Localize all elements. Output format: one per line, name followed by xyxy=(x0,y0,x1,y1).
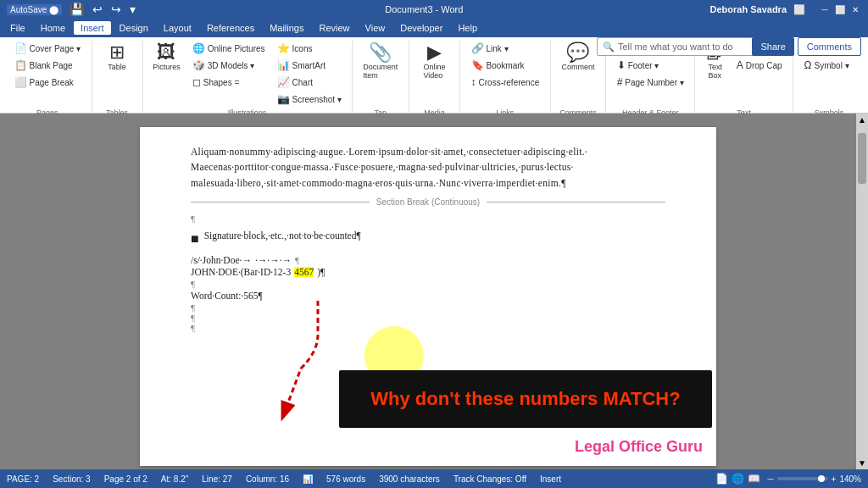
sig-slash-s: /s/·John·Doe·→ xyxy=(191,255,252,265)
status-bar-right: 📄 🌐 📖 ─ + 140% xyxy=(715,473,861,485)
minimize-button[interactable]: ─ xyxy=(819,3,831,15)
document-scroll[interactable]: Aliquam·nonummy·adipiscing·augue.·Lorem·… xyxy=(0,114,856,469)
menu-design[interactable]: Design xyxy=(113,21,155,35)
sig-id-highlight: 4567 xyxy=(294,267,314,277)
bookmark-button[interactable]: 🔖 Bookmark xyxy=(467,58,544,73)
comments-button[interactable]: Comments xyxy=(798,37,861,56)
online-pictures-button[interactable]: 🌐 Online Pictures xyxy=(188,41,270,56)
ribbon-collapse-icon[interactable]: ⬜ xyxy=(793,4,805,15)
menu-view[interactable]: View xyxy=(359,21,392,35)
qat-more[interactable]: ▾ xyxy=(127,2,138,17)
page-break-button[interactable]: ⬜ Page Break xyxy=(10,75,86,90)
status-insert-mode[interactable]: Insert xyxy=(540,474,561,484)
autosave-badge[interactable]: AutoSave ⬤ xyxy=(7,4,62,15)
qat-save[interactable]: 💾 xyxy=(67,2,86,17)
sig-name: JOHN·DOE·(Bar·ID·12-3 xyxy=(191,267,291,277)
blank-page-button[interactable]: 📋 Blank Page xyxy=(10,58,86,73)
zoom-out-button[interactable]: ─ xyxy=(767,474,773,484)
footer-button[interactable]: ⬇ Footer ▾ xyxy=(613,58,688,73)
zoom-in-button[interactable]: + xyxy=(832,474,837,484)
signature-block: /s/·John·Doe·→ ·→·→·→ ¶ JOHN·DOE·(Bar·ID… xyxy=(191,255,665,333)
title-bar-left: AutoSave ⬤ 💾 ↩ ↪ ▾ xyxy=(7,2,138,17)
footer-icon: ⬇ xyxy=(617,59,626,71)
symbol-button[interactable]: Ω Symbol ▾ xyxy=(800,58,859,73)
menu-home[interactable]: Home xyxy=(34,21,72,35)
web-view[interactable]: 🌐 xyxy=(732,473,744,485)
3d-models-button[interactable]: 🎲 3D Models ▾ xyxy=(188,58,270,73)
qat-redo[interactable]: ↪ xyxy=(108,2,124,17)
zoom-slider[interactable] xyxy=(777,477,828,480)
ribbon-right-buttons: Share Comments xyxy=(752,37,861,56)
cross-reference-button[interactable]: ↕ Cross-reference xyxy=(467,75,544,90)
comment-icon: 💬 xyxy=(566,43,589,62)
share-button[interactable]: Share xyxy=(752,37,793,56)
document-page[interactable]: Aliquam·nonummy·adipiscing·augue.·Lorem·… xyxy=(140,127,716,466)
menu-layout[interactable]: Layout xyxy=(157,21,198,35)
document-item-icon: 📎 xyxy=(369,43,392,62)
ribbon-group-tap: 📎 DocumentItem Tap xyxy=(353,41,409,119)
title-bar: AutoSave ⬤ 💾 ↩ ↪ ▾ Document3 - Word Debo… xyxy=(0,0,868,19)
pictures-icon: 🖼 xyxy=(157,43,175,62)
sig-line-1: /s/·John·Doe·→ ·→·→·→ ¶ xyxy=(191,255,665,265)
menu-developer[interactable]: Developer xyxy=(393,21,449,35)
search-bar[interactable]: 🔍 Tell me what you want to do xyxy=(597,37,766,56)
link-button[interactable]: 🔗 Link ▾ xyxy=(467,41,544,56)
menu-insert[interactable]: Insert xyxy=(74,21,111,35)
status-column: Column: 16 xyxy=(246,474,289,484)
ribbon-group-illustrations: 🖼 Pictures 🌐 Online Pictures 🎲 3D Models… xyxy=(143,41,353,119)
cover-page-button[interactable]: 📄 Cover Page ▾ xyxy=(10,41,86,56)
illustrations-stack: 🌐 Online Pictures 🎲 3D Models ▾ ◻ Shapes… xyxy=(188,41,270,90)
menu-review[interactable]: Review xyxy=(313,21,357,35)
media-group-items: ▶ OnlineVideo xyxy=(420,41,450,108)
comments-group-items: 💬 Comment xyxy=(557,41,598,108)
page-number-button[interactable]: # Page Number ▾ xyxy=(613,75,688,90)
guru-watermark: Legal Office Guru xyxy=(575,438,703,456)
quick-access-toolbar: 💾 ↩ ↪ ▾ xyxy=(67,2,138,17)
zoom-level[interactable]: 140% xyxy=(839,474,861,484)
scroll-up-button[interactable]: ▲ xyxy=(858,115,866,125)
shapes-button[interactable]: ◻ Shapes = xyxy=(188,75,270,90)
status-chars: 3900 characters xyxy=(379,474,440,484)
document-scrollbar[interactable]: ▲ ▼ xyxy=(856,114,868,469)
scroll-thumb[interactable] xyxy=(858,133,866,184)
smartart-button[interactable]: 📊 SmartArt xyxy=(273,58,346,73)
tables-group-items: ⊞ Table xyxy=(103,41,131,108)
bookmark-icon: 🔖 xyxy=(471,59,484,71)
page-number-icon: # xyxy=(617,76,623,88)
status-track-changes[interactable]: Track Changes: Off xyxy=(453,474,526,484)
autosave-toggle[interactable]: ⬤ xyxy=(49,5,58,14)
section-break-line-right xyxy=(487,202,665,202)
zoom-bar: ─ + 140% xyxy=(767,474,861,484)
print-layout-view[interactable]: 📄 xyxy=(715,473,728,485)
close-button[interactable]: ✕ xyxy=(849,3,861,15)
dropcap-icon: A xyxy=(737,59,743,71)
scroll-down-button[interactable]: ▼ xyxy=(858,458,866,468)
user-name[interactable]: Deborah Savadra xyxy=(710,4,787,14)
menu-help[interactable]: Help xyxy=(451,21,484,35)
restore-button[interactable]: ⬜ xyxy=(834,3,846,15)
screenshot-button[interactable]: 📷 Screenshot ▾ xyxy=(273,92,346,107)
document-item-button[interactable]: 📎 DocumentItem xyxy=(359,41,402,82)
menu-file[interactable]: File xyxy=(3,21,32,35)
3d-models-icon: 🎲 xyxy=(192,59,205,71)
qat-undo[interactable]: ↩ xyxy=(90,2,105,17)
bullet-text: Signature·block,·etc.,·not·to·be·counted… xyxy=(204,230,361,241)
table-button[interactable]: ⊞ Table xyxy=(103,41,131,74)
status-words: 576 words xyxy=(326,474,365,484)
online-video-button[interactable]: ▶ OnlineVideo xyxy=(420,41,450,82)
table-label: Table xyxy=(108,63,126,71)
title-bar-right: Deborah Savadra ⬜ ─ ⬜ ✕ xyxy=(710,3,861,15)
menu-references[interactable]: References xyxy=(200,21,261,35)
section-break-line-left xyxy=(191,202,370,202)
sig-arrows: ·→·→·→ xyxy=(255,255,292,265)
dropcap-button[interactable]: A Drop Cap xyxy=(732,58,787,73)
para-mark-3: ¶ xyxy=(191,302,665,313)
read-mode-view[interactable]: 📖 xyxy=(748,473,760,485)
chart-button[interactable]: 📈 Chart xyxy=(273,75,346,90)
menu-mailings[interactable]: Mailings xyxy=(263,21,310,35)
comment-button[interactable]: 💬 Comment xyxy=(557,41,598,74)
links-stack: 🔗 Link ▾ 🔖 Bookmark ↕ Cross-reference xyxy=(467,41,544,90)
pictures-button[interactable]: 🖼 Pictures xyxy=(148,41,185,74)
icons-button[interactable]: ⭐ Icons xyxy=(273,41,346,56)
zoom-slider-thumb xyxy=(818,475,825,482)
